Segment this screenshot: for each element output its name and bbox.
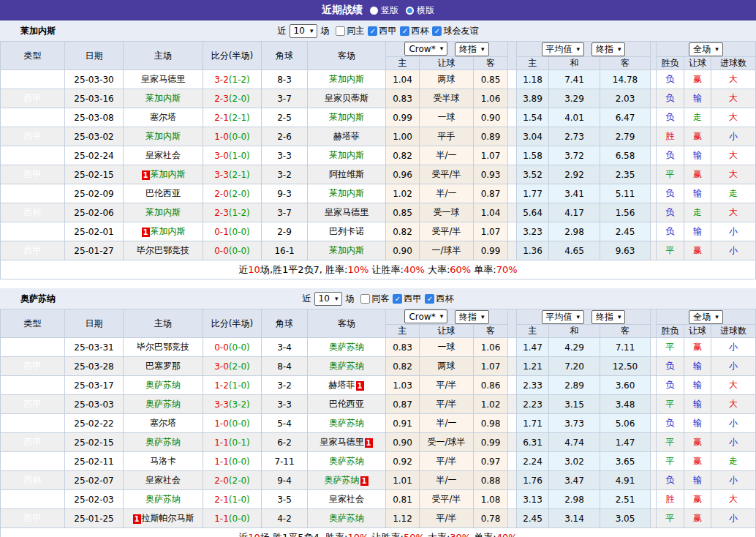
away-team-cell: 皇家马德里1 xyxy=(308,433,386,452)
score-cell: 0-0(0-0) xyxy=(203,241,262,260)
filter-checkbox[interactable]: ✓球会友谊 xyxy=(432,25,478,37)
layout-radio-vertical[interactable]: 竖版 xyxy=(370,4,398,17)
checkbox-unchecked-icon[interactable] xyxy=(336,26,345,36)
average-select[interactable]: 平均值▾ xyxy=(542,42,585,56)
team-name[interactable]: 奥萨苏纳 xyxy=(329,418,364,428)
recent-count-select[interactable]: 10 ▾ xyxy=(314,292,343,306)
team-name[interactable]: 奥萨苏纳 xyxy=(329,513,364,523)
home-team-cell: 莱加内斯 xyxy=(124,89,203,108)
handicap-result-cell: 赢 xyxy=(684,338,711,357)
team-name[interactable]: 皇家贝蒂斯 xyxy=(325,93,368,103)
checkbox-checked-icon[interactable]: ✓ xyxy=(368,26,377,36)
avg-draw-cell: 4.74 xyxy=(549,433,600,452)
team-name[interactable]: 塞尔塔 xyxy=(150,418,176,428)
full-match-select[interactable]: 全场▾ xyxy=(689,310,723,324)
filter-checkbox[interactable]: ✓西甲 xyxy=(393,293,421,305)
team-name[interactable]: 莱加内斯 xyxy=(145,207,181,217)
team-name[interactable]: 奥萨苏纳 xyxy=(145,437,181,447)
team-name[interactable]: 毕尔巴鄂竞技 xyxy=(137,342,189,352)
team-name[interactable]: 莱加内斯 xyxy=(145,131,181,141)
team-title: 奥萨苏纳 xyxy=(20,293,56,305)
team-name[interactable]: 皇家社会 xyxy=(145,150,181,160)
goals-result-cell: 小 xyxy=(711,338,756,357)
radio-unselected-icon[interactable] xyxy=(406,7,414,15)
final-odds-select-2[interactable]: 终指▾ xyxy=(591,42,626,56)
match-row: 西甲25-01-27毕尔巴鄂竞技0-0(0-0)16-1莱加内斯0.90一/球半… xyxy=(1,241,756,260)
team-name[interactable]: 皇家马德里 xyxy=(325,207,368,217)
away-team-cell: 莱加内斯 xyxy=(308,184,386,203)
outcome-cell: 负 xyxy=(657,203,684,222)
bookmaker-select[interactable]: Crow*▾ xyxy=(404,309,447,323)
layout-radio-horizontal[interactable]: 横版 xyxy=(406,4,434,17)
team-name[interactable]: 莱加内斯 xyxy=(151,169,186,179)
team-name[interactable]: 赫塔菲 xyxy=(329,380,355,390)
filter-checkbox[interactable]: 同主 xyxy=(336,25,364,37)
avg-home-cell: 2.45 xyxy=(517,509,549,528)
team-name[interactable]: 莱加内斯 xyxy=(329,245,364,255)
team-name[interactable]: 巴塞罗那 xyxy=(145,361,181,371)
team-name[interactable]: 莱加内斯 xyxy=(329,150,364,160)
team-name[interactable]: 阿拉维斯 xyxy=(329,169,364,179)
team-name[interactable]: 巴伦西亚 xyxy=(329,399,364,409)
recent-count-select[interactable]: 10 ▾ xyxy=(290,24,318,38)
chevron-down-icon: ▾ xyxy=(440,45,444,52)
team-name[interactable]: 莱加内斯 xyxy=(329,188,364,198)
checkbox-checked-icon[interactable]: ✓ xyxy=(425,294,434,304)
away-team-cell: 奥萨苏纳1 xyxy=(308,471,386,490)
radio-selected-icon[interactable] xyxy=(370,7,378,15)
home-team-cell: 1拉斯帕尔马斯 xyxy=(124,509,203,528)
filter-checkbox[interactable]: ✓西杯 xyxy=(400,25,428,37)
filter-checkbox[interactable]: ✓西杯 xyxy=(425,293,453,305)
avg-away-cell: 5.11 xyxy=(600,184,651,203)
filter-checkbox[interactable]: ✓西甲 xyxy=(368,25,396,37)
final-odds-select[interactable]: 终指▾ xyxy=(455,42,489,56)
odds-handicap-cell: 一球 xyxy=(420,108,474,127)
team-name[interactable]: 奥萨苏纳 xyxy=(329,361,364,371)
team-name[interactable]: 皇家马德里 xyxy=(320,437,364,447)
checkbox-checked-icon[interactable]: ✓ xyxy=(400,26,409,36)
avg-group-header: 平均值▾ 终指▾ xyxy=(517,309,651,325)
team-name[interactable]: 拉斯帕尔马斯 xyxy=(142,513,194,523)
team-name[interactable]: 巴伦西亚 xyxy=(145,188,181,198)
team-name[interactable]: 皇家社会 xyxy=(329,494,364,504)
final-odds-select-2[interactable]: 终指▾ xyxy=(591,310,626,324)
checkbox-unchecked-icon[interactable] xyxy=(360,294,370,304)
odds-home-cell: 0.82 xyxy=(386,357,420,376)
team-name[interactable]: 奥萨苏纳 xyxy=(325,475,360,485)
final-odds-select[interactable]: 终指▾ xyxy=(455,310,489,324)
odds-away-cell: 0.86 xyxy=(474,376,508,395)
checkbox-checked-icon[interactable]: ✓ xyxy=(432,26,442,36)
full-match-select[interactable]: 全场▾ xyxy=(689,42,723,56)
col-avg-draw: 和 xyxy=(549,57,600,70)
team-name[interactable]: 莱加内斯 xyxy=(145,93,181,103)
avg-draw-cell: 3.73 xyxy=(549,414,600,433)
team-name[interactable]: 奥萨苏纳 xyxy=(329,456,364,466)
odds-handicap-cell: 受半球 xyxy=(420,89,474,108)
team-name[interactable]: 奥萨苏纳 xyxy=(145,399,181,409)
team-name[interactable]: 奥萨苏纳 xyxy=(329,342,364,352)
team-name[interactable]: 皇家社会 xyxy=(145,475,181,485)
team-name[interactable]: 塞尔塔 xyxy=(150,112,176,122)
col-odds-away: 客 xyxy=(474,57,508,70)
team-name[interactable]: 莱加内斯 xyxy=(151,226,186,236)
team-name[interactable]: 奥萨苏纳 xyxy=(145,494,181,504)
col-date: 日期 xyxy=(65,42,124,70)
team-name[interactable]: 奥萨苏纳 xyxy=(145,380,181,390)
halftime-score: (0-1) xyxy=(229,438,250,448)
home-team-cell: 奥萨苏纳 xyxy=(124,490,203,509)
avg-away-cell: 9.63 xyxy=(600,241,651,260)
team-name[interactable]: 莱加内斯 xyxy=(329,112,364,122)
team-name[interactable]: 巴列卡诺 xyxy=(329,226,364,236)
bookmaker-select[interactable]: Crow*▾ xyxy=(404,42,447,56)
average-select[interactable]: 平均值▾ xyxy=(542,310,585,324)
team-name[interactable]: 莱加内斯 xyxy=(329,74,364,84)
team-name[interactable]: 马洛卡 xyxy=(150,456,176,466)
team-name[interactable]: 皇家马德里 xyxy=(141,74,185,84)
filter-checkbox[interactable]: 同客 xyxy=(360,293,389,305)
checkbox-checked-icon[interactable]: ✓ xyxy=(393,294,402,304)
avg-away-cell: 3.65 xyxy=(600,452,651,471)
spacer-cell xyxy=(651,203,657,222)
team-name[interactable]: 毕尔巴鄂竞技 xyxy=(137,245,189,255)
score-cell: 0-0(0-0) xyxy=(203,338,262,357)
team-name[interactable]: 赫塔菲 xyxy=(333,131,360,141)
